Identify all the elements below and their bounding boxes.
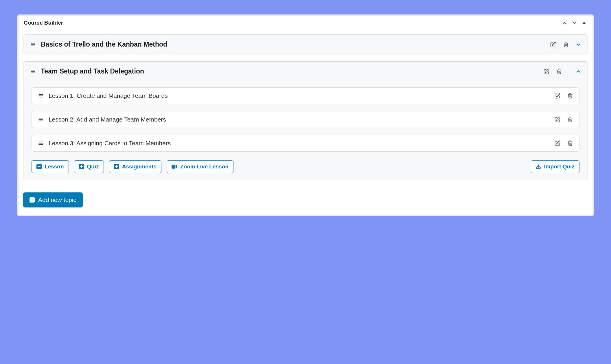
- lesson-row: Lesson 3: Assigning Cards to Team Member…: [32, 135, 579, 152]
- button-label: Lesson: [45, 163, 64, 170]
- button-label: Quiz: [87, 163, 99, 170]
- drag-handle-icon[interactable]: [38, 93, 44, 99]
- topic-button-row: Lesson Quiz Assignments Zoom Li: [32, 160, 579, 173]
- drag-handle-icon[interactable]: [38, 140, 44, 146]
- button-label: Assignments: [122, 163, 157, 170]
- download-icon: [536, 164, 541, 169]
- topic-body: Lesson 1: Create and Manage Team Boards: [23, 81, 588, 180]
- svg-rect-16: [172, 165, 175, 168]
- plus-icon: [79, 164, 84, 169]
- lesson-row: Lesson 2: Add and Manage Team Members: [32, 111, 579, 128]
- plus-icon: [30, 197, 35, 203]
- topic-title: Basics of Trello and the Kanban Method: [41, 41, 545, 48]
- drag-handle-icon[interactable]: [30, 68, 36, 75]
- video-camera-icon: [172, 165, 177, 169]
- panel-body: Basics of Trello and the Kanban Method: [19, 30, 592, 215]
- topic-title: Team Setup and Task Delegation: [41, 67, 539, 75]
- lesson-row: Lesson 1: Create and Manage Team Boards: [32, 87, 579, 104]
- import-quiz-button[interactable]: Import Quiz: [531, 160, 579, 173]
- edit-topic-button[interactable]: [550, 41, 556, 48]
- lesson-title: Lesson 1: Create and Manage Team Boards: [49, 92, 550, 99]
- panel-toggle-button[interactable]: [581, 20, 587, 26]
- add-assignments-button[interactable]: Assignments: [109, 160, 161, 173]
- topic-row: Team Setup and Task Delegation: [23, 61, 588, 180]
- lesson-actions: [554, 93, 573, 99]
- edit-lesson-button[interactable]: [554, 93, 561, 99]
- drag-handle-icon[interactable]: [30, 41, 36, 48]
- delete-lesson-button[interactable]: [567, 116, 573, 123]
- lesson-actions: [554, 116, 573, 123]
- zoom-live-lesson-button[interactable]: Zoom Live Lesson: [167, 160, 233, 173]
- panel-header-controls: [561, 20, 587, 26]
- add-new-topic-button[interactable]: Add new topic: [23, 192, 83, 207]
- delete-lesson-button[interactable]: [567, 93, 573, 99]
- collapse-all-button[interactable]: [561, 20, 568, 26]
- edit-lesson-button[interactable]: [554, 140, 561, 146]
- collapse-topic-button[interactable]: [575, 68, 581, 75]
- edit-topic-button[interactable]: [543, 68, 550, 75]
- delete-topic-button[interactable]: [556, 68, 562, 75]
- topic-row: Basics of Trello and the Kanban Method: [23, 34, 588, 54]
- lesson-actions: [554, 140, 573, 146]
- expand-all-button[interactable]: [571, 20, 577, 26]
- button-label: Import Quiz: [544, 163, 575, 170]
- lesson-title: Lesson 3: Assigning Cards to Team Member…: [49, 140, 550, 147]
- delete-topic-button[interactable]: [563, 41, 569, 48]
- add-lesson-button[interactable]: Lesson: [32, 160, 69, 173]
- course-builder-panel: Course Builder Basics of Trello and the …: [17, 14, 594, 216]
- topic-actions: [550, 41, 569, 48]
- delete-lesson-button[interactable]: [567, 140, 573, 146]
- edit-lesson-button[interactable]: [554, 116, 561, 123]
- lesson-title: Lesson 2: Add and Manage Team Members: [49, 116, 550, 123]
- button-label: Zoom Live Lesson: [180, 163, 229, 170]
- plus-icon: [114, 164, 119, 169]
- button-label: Add new topic: [38, 196, 76, 203]
- svg-marker-0: [582, 22, 586, 24]
- panel-title: Course Builder: [24, 20, 63, 26]
- add-quiz-button[interactable]: Quiz: [74, 160, 104, 173]
- panel-header: Course Builder: [19, 16, 592, 30]
- svg-marker-17: [176, 165, 177, 168]
- topic-actions: [543, 68, 562, 75]
- drag-handle-icon[interactable]: [38, 116, 44, 123]
- plus-icon: [36, 164, 42, 169]
- expand-topic-button[interactable]: [575, 41, 581, 48]
